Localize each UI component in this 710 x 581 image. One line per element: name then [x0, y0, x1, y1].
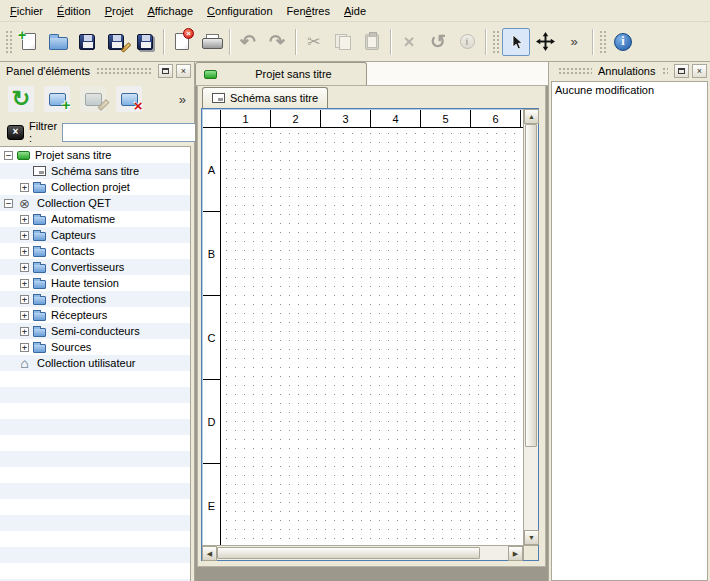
delete-button[interactable]: × [395, 28, 423, 56]
menu-projet[interactable]: Projet [98, 1, 141, 21]
menu-fichier[interactable]: Fichier [3, 1, 50, 21]
diagram-info-button[interactable]: i [453, 28, 481, 56]
elements-panel-titlebar[interactable]: Panel d'éléments × [0, 62, 194, 80]
open-document-button[interactable] [44, 28, 72, 56]
undo-history-list[interactable]: Aucune modification [551, 81, 708, 581]
scroll-right-button[interactable]: ▶ [508, 546, 523, 561]
expand-icon[interactable]: + [20, 343, 29, 352]
toolbar-separator [485, 29, 486, 55]
collections-tree[interactable]: −Projet sans titreSchéma sans titre+Coll… [0, 146, 191, 581]
elements-panel-toolbar: ↻ + × » [0, 80, 194, 118]
tree-item-schema-sans-titre[interactable]: Schéma sans titre [0, 163, 190, 179]
filter-row: × Filtrer : [0, 118, 194, 146]
expand-icon[interactable]: + [20, 183, 29, 192]
cut-button[interactable]: ✂ [300, 28, 328, 56]
toolbar-grip[interactable] [5, 30, 12, 54]
rotate-icon: ↺ [430, 32, 446, 51]
home-icon: ⌂ [17, 357, 32, 370]
tree-item-collection-projet[interactable]: +Collection projet [0, 179, 190, 195]
folder-icon [33, 296, 46, 305]
dock-grip[interactable] [662, 67, 669, 75]
expand-icon[interactable]: + [20, 327, 29, 336]
filter-input[interactable] [62, 123, 212, 142]
undock-panel-button[interactable] [674, 64, 689, 78]
horizontal-scrollbar[interactable]: ◀ ▶ [202, 545, 523, 560]
close-file-button[interactable]: × [168, 28, 196, 56]
tree-item-recepteurs[interactable]: +Récepteurs [0, 307, 190, 323]
copy-button[interactable] [329, 28, 357, 56]
undo-button[interactable]: ↶ [234, 28, 262, 56]
undock-panel-button[interactable] [158, 64, 173, 78]
rotate-button[interactable]: ↺ [424, 28, 452, 56]
tree-item-label: Haute tension [50, 277, 119, 289]
tree-item-semi-conducteurs[interactable]: +Semi-conducteurs [0, 323, 190, 339]
paste-button[interactable] [358, 28, 386, 56]
expand-icon[interactable]: + [20, 231, 29, 240]
collapse-icon[interactable]: − [4, 199, 13, 208]
menu-affichage[interactable]: Affichage [140, 1, 200, 21]
tree-item-automatisme[interactable]: +Automatisme [0, 211, 190, 227]
reload-collections-button[interactable]: ↻ [8, 86, 34, 112]
scroll-down-button[interactable]: ▼ [524, 530, 539, 545]
menu-aide[interactable]: Aide [337, 1, 373, 21]
tab-schema-sans-titre[interactable]: Schéma sans titre [202, 87, 328, 108]
dock-grip[interactable] [558, 67, 592, 75]
about-button[interactable]: i [609, 28, 637, 56]
undo-panel-titlebar[interactable]: Annulations × [549, 62, 710, 80]
save-button[interactable] [73, 28, 101, 56]
toolbar-grip[interactable] [599, 30, 606, 54]
scroll-left-button[interactable]: ◀ [202, 546, 217, 561]
dock-grip[interactable] [96, 67, 152, 75]
expand-icon[interactable]: + [20, 215, 29, 224]
edit-element-button[interactable] [80, 86, 106, 112]
tree-item-sources[interactable]: +Sources [0, 339, 190, 355]
collapse-icon[interactable]: − [4, 151, 13, 160]
menu-configuration[interactable]: Configuration [200, 1, 279, 21]
save-as-button[interactable] [102, 28, 130, 56]
pan-mode-button[interactable] [531, 28, 559, 56]
delete-element-button[interactable]: × [116, 86, 142, 112]
new-element-button[interactable]: + [44, 86, 70, 112]
tab-projet-sans-titre[interactable]: Projet sans titre [195, 62, 367, 85]
schema-canvas[interactable] [222, 129, 523, 545]
expand-icon[interactable]: + [20, 295, 29, 304]
vertical-scroll-thumb[interactable] [525, 124, 537, 447]
expand-icon[interactable]: + [20, 279, 29, 288]
tree-item-projet-sans-titre[interactable]: −Projet sans titre [0, 147, 190, 163]
tree-item-label: Contacts [50, 245, 94, 257]
tree-item-collection-qet[interactable]: −⊗Collection QET [0, 195, 190, 211]
tree-item-protections[interactable]: +Protections [0, 291, 190, 307]
folder-icon [33, 328, 46, 337]
redo-button[interactable]: ↷ [263, 28, 291, 56]
folder-icon [33, 344, 46, 353]
tree-item-haute-tension[interactable]: +Haute tension [0, 275, 190, 291]
folder-icon [33, 216, 46, 225]
vertical-scrollbar[interactable]: ▲ ▼ [523, 109, 538, 545]
toolbar-grip[interactable] [492, 30, 499, 54]
tree-item-contacts[interactable]: +Contacts [0, 243, 190, 259]
tree-item-label: Protections [50, 293, 106, 305]
filter-label: Filtrer : [29, 120, 57, 144]
print-button[interactable] [197, 28, 225, 56]
new-document-button[interactable]: + [15, 28, 43, 56]
project-tabbar: Projet sans titre [195, 62, 548, 86]
menu-fenetres[interactable]: Fenêtres [280, 1, 337, 21]
horizontal-scroll-thumb[interactable] [217, 547, 480, 559]
expand-icon[interactable]: + [20, 311, 29, 320]
toolbar-overflow-button[interactable]: » [560, 28, 588, 56]
menu-edition[interactable]: Édition [50, 1, 98, 21]
scroll-up-button[interactable]: ▲ [524, 109, 539, 124]
select-mode-button[interactable] [502, 28, 530, 56]
tree-item-convertisseurs[interactable]: +Convertisseurs [0, 259, 190, 275]
tree-item-capteurs[interactable]: +Capteurs [0, 227, 190, 243]
save-all-button[interactable] [131, 28, 159, 56]
tree-item-collection-utilisateur[interactable]: ⌂Collection utilisateur [0, 355, 190, 371]
expand-icon[interactable]: + [20, 247, 29, 256]
close-panel-button[interactable]: × [692, 64, 707, 78]
close-panel-button[interactable]: × [176, 64, 191, 78]
panel-overflow-button[interactable]: » [179, 92, 186, 107]
expand-icon[interactable]: + [20, 263, 29, 272]
clear-filter-button[interactable]: × [7, 125, 24, 140]
folder-icon [33, 312, 46, 321]
scissors-icon: ✂ [307, 34, 320, 50]
